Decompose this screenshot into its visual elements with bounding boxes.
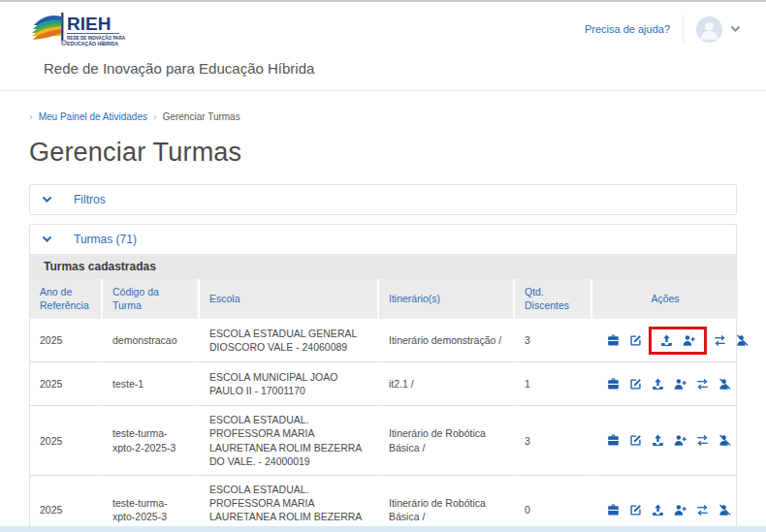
row-school: ESCOLA ESTADUAL. PROFESSORA MARIA LAURET…: [200, 406, 379, 476]
row-actions: [592, 319, 738, 362]
row-school: ESCOLA ESTADUAL GENERAL DIOSCORO VALE - …: [200, 319, 379, 362]
edit-icon[interactable]: [624, 333, 647, 348]
row-actions: [592, 362, 738, 406]
col-itinerarios: Itinerário(s): [379, 279, 515, 319]
filters-label: Filtros: [74, 193, 106, 206]
user-slash-icon[interactable]: [714, 433, 736, 448]
chevron-down-icon: [42, 235, 52, 243]
col-codigo-turma: Código da Turma: [103, 279, 200, 319]
briefcase-icon[interactable]: [602, 333, 624, 348]
turmas-card: Turmas (71) Turmas cadastradas Ano de Re…: [29, 224, 737, 532]
swap-arrows-icon[interactable]: [709, 333, 731, 348]
edit-icon[interactable]: [624, 377, 647, 391]
header-divider: [683, 16, 684, 43]
footer-strip: [0, 526, 766, 532]
row-itinerary: Itinerário de Robótica Básica /: [379, 406, 515, 476]
row-school: ESCOLA ESTADUAL. PROFESSORA MARIA LAURET…: [200, 476, 379, 532]
breadcrumb-link-painel[interactable]: Meu Painel de Atividades: [39, 111, 147, 122]
col-acoes: Ações: [592, 279, 738, 319]
main-content: Filtros Turmas (71) Turmas cadastradas A…: [29, 184, 737, 532]
user-plus-icon[interactable]: [669, 377, 691, 391]
turmas-table: Ano de Referência Código da Turma Escola…: [30, 279, 738, 532]
edit-icon[interactable]: [624, 433, 647, 448]
table-header-row: Ano de Referência Código da Turma Escola…: [30, 279, 738, 319]
user-slash-icon[interactable]: [714, 503, 736, 517]
row-year: 2025: [30, 406, 103, 476]
edit-icon[interactable]: [624, 503, 647, 517]
briefcase-icon[interactable]: [602, 377, 624, 391]
table-row: 2025teste-turma-xpto-2025-3ESCOLA ESTADU…: [30, 476, 738, 532]
user-slash-icon[interactable]: [714, 377, 736, 391]
site-name: Rede de Inovação para Educação Híbrida: [0, 54, 766, 91]
table-row: 2025teste-turma-xpto-2-2025-3ESCOLA ESTA…: [30, 406, 738, 476]
upload-icon[interactable]: [647, 377, 669, 391]
logo-acronym: RIEH: [67, 14, 111, 34]
user-plus-icon[interactable]: [678, 333, 700, 348]
highlight-box: [649, 327, 707, 355]
logo-tagline-2: EDUCAÇÃO HÍBRIDA: [67, 40, 118, 47]
page-title: Gerenciar Turmas: [29, 138, 737, 168]
upload-icon[interactable]: [647, 433, 669, 448]
rieh-logo[interactable]: RIEH REDE DE INOVAÇÃO PARA EDUCAÇÃO HÍBR…: [29, 7, 130, 51]
row-actions: [592, 406, 738, 476]
breadcrumb-separator: ›: [153, 110, 157, 122]
row-qty: 3: [515, 319, 592, 362]
table-row: 2025demonstracaoESCOLA ESTADUAL GENERAL …: [30, 319, 738, 362]
row-itinerary: Itinerário de Robótica Básica /: [379, 476, 515, 532]
swap-arrows-icon[interactable]: [691, 377, 714, 391]
user-icon: [696, 16, 722, 43]
filters-accordion-header[interactable]: Filtros: [30, 185, 736, 214]
chevron-down-icon: [42, 196, 52, 203]
swap-arrows-icon[interactable]: [691, 503, 714, 517]
row-school: ESCOLA MUNICIPAL JOAO PAULO II - 1700117…: [200, 362, 379, 406]
rieh-logo-icon: RIEH REDE DE INOVAÇÃO PARA EDUCAÇÃO HÍBR…: [29, 7, 130, 51]
row-year: 2025: [30, 476, 103, 532]
upload-icon[interactable]: [655, 333, 678, 348]
col-qtd-discentes: Qtd. Discentes: [515, 279, 592, 319]
user-plus-icon[interactable]: [669, 503, 691, 517]
row-qty: 3: [515, 406, 592, 476]
help-link[interactable]: Precisa de ajuda?: [585, 23, 670, 35]
col-ano-referencia: Ano de Referência: [30, 279, 103, 319]
row-year: 2025: [30, 319, 103, 362]
upload-icon[interactable]: [647, 503, 669, 517]
briefcase-icon[interactable]: [602, 503, 624, 517]
swap-arrows-icon[interactable]: [691, 433, 714, 448]
row-itinerary: Itinerário demonstração /: [379, 319, 515, 362]
row-code: teste-turma-xpto-2025-3: [103, 476, 200, 532]
breadcrumb: › Meu Painel de Atividades › Gerenciar T…: [29, 110, 737, 122]
row-code: teste-turma-xpto-2-2025-3: [103, 406, 200, 476]
briefcase-icon[interactable]: [602, 433, 624, 448]
breadcrumb-separator: ›: [29, 110, 33, 122]
col-escola: Escola: [200, 279, 379, 319]
user-plus-icon[interactable]: [669, 433, 691, 448]
table-title: Turmas cadastradas: [30, 254, 736, 279]
row-code: teste-1: [103, 362, 200, 406]
user-slash-icon[interactable]: [731, 333, 753, 348]
row-qty: 0: [515, 476, 592, 532]
row-year: 2025: [30, 362, 103, 406]
user-area: Precisa de ajuda?: [585, 16, 741, 43]
breadcrumb-current: Gerenciar Turmas: [163, 111, 240, 122]
row-code: demonstracao: [103, 319, 200, 362]
chevron-down-icon[interactable]: [730, 25, 741, 33]
avatar[interactable]: [696, 16, 722, 43]
header-bar: RIEH REDE DE INOVAÇÃO PARA EDUCAÇÃO HÍBR…: [0, 2, 766, 54]
row-actions: [592, 476, 738, 532]
row-qty: 1: [515, 362, 592, 406]
turmas-table-body: 2025demonstracaoESCOLA ESTADUAL GENERAL …: [30, 319, 738, 532]
table-row: 2025teste-1ESCOLA MUNICIPAL JOAO PAULO I…: [30, 362, 738, 406]
turmas-label: Turmas (71): [74, 233, 137, 246]
turmas-accordion-header[interactable]: Turmas (71): [30, 225, 736, 254]
row-itinerary: it2.1 /: [379, 362, 515, 406]
filters-card: Filtros: [29, 184, 737, 215]
